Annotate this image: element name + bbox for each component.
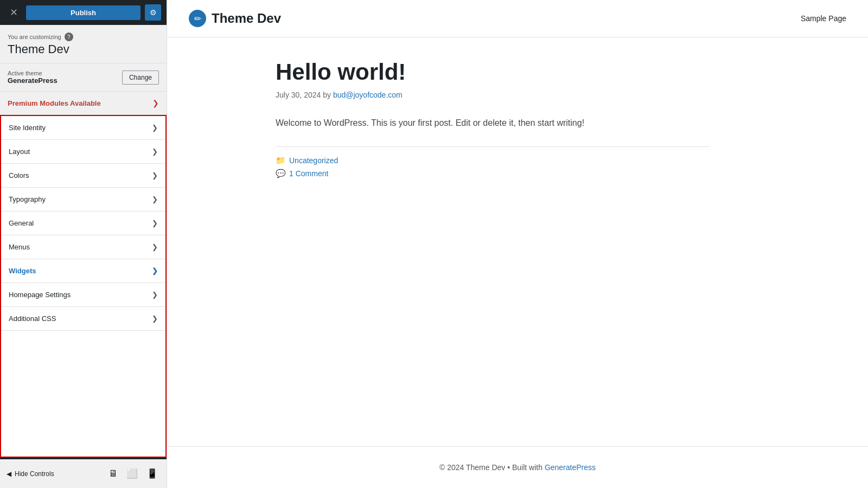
preview-area: ✏ Theme Dev Sample Page Hello world! Jul… [167,0,868,488]
menu-item-additional-css[interactable]: Additional CSS❯ [1,307,165,331]
active-theme-name: GeneratePress [8,76,58,85]
post-meta: July 30, 2024 by bud@joyofcode.com [276,91,710,99]
category-icon: 📁 [276,156,286,165]
menu-item-label-typography: Typography [9,195,46,203]
menu-item-homepage-settings[interactable]: Homepage Settings❯ [1,283,165,307]
customizer-menu-list: Site Identity❯Layout❯Colors❯Typography❯G… [0,115,167,458]
active-theme-section: Active theme GeneratePress Change [0,63,167,92]
site-logo-icon: ✏ [189,10,206,27]
premium-chevron-icon: ❯ [152,99,159,107]
bottom-bar: ◀ Hide Controls 🖥 ⬜ 📱 [0,458,167,488]
help-icon[interactable]: ? [65,33,73,41]
post-footer: 📁 Uncategorized 💬 1 Comment [276,146,710,178]
menu-item-colors[interactable]: Colors❯ [1,164,165,188]
site-content: Hello world! July 30, 2024 by bud@joyofc… [167,37,818,446]
site-footer: © 2024 Theme Dev • Built with GeneratePr… [167,446,868,488]
menu-item-label-layout: Layout [9,147,30,156]
post-category-item: 📁 Uncategorized [276,156,710,165]
menu-item-site-identity[interactable]: Site Identity❯ [1,116,165,140]
mobile-view-button[interactable]: 📱 [144,466,160,481]
menu-item-widgets[interactable]: Widgets❯ [1,259,165,283]
menu-item-chevron-site-identity: ❯ [152,124,158,132]
menu-item-typography[interactable]: Typography❯ [1,188,165,211]
menu-item-label-homepage-settings: Homepage Settings [9,291,71,299]
premium-modules-item[interactable]: Premium Modules Available ❯ [0,92,167,115]
active-theme-info: Active theme GeneratePress [8,70,58,85]
post-title: Hello world! [276,59,710,85]
device-icons: 🖥 ⬜ 📱 [106,466,160,481]
theme-name-display: Theme Dev [8,42,160,56]
post-author-link[interactable]: bud@joyofcode.com [333,91,403,99]
post-content: Welcome to WordPress. This is your first… [276,115,710,130]
comments-link[interactable]: 1 Comment [289,169,328,178]
premium-modules-label: Premium Modules Available [8,99,101,107]
comments-icon: 💬 [276,169,286,178]
menu-item-label-colors: Colors [9,171,29,179]
menu-item-chevron-general: ❯ [152,219,158,227]
post-by: by [323,91,333,99]
menu-item-chevron-homepage-settings: ❯ [152,291,158,299]
menu-item-label-site-identity: Site Identity [9,124,46,132]
menu-item-label-general: General [9,219,34,227]
post-comments-item: 💬 1 Comment [276,169,710,178]
menu-item-general[interactable]: General❯ [1,211,165,235]
customizing-info: You are customizing ? Theme Dev [0,25,167,63]
hide-controls-button[interactable]: ◀ Hide Controls [7,470,54,478]
menu-item-chevron-menus: ❯ [152,243,158,251]
close-button[interactable]: ✕ [5,4,22,21]
menu-item-chevron-colors: ❯ [152,171,158,179]
menu-item-layout[interactable]: Layout❯ [1,140,165,164]
customizer-panel: ✕ Publish ⚙ You are customizing ? Theme … [0,0,167,488]
site-header: ✏ Theme Dev Sample Page [167,0,868,37]
menu-item-chevron-additional-css: ❯ [152,314,158,323]
left-arrow-icon: ◀ [7,470,11,478]
menu-item-chevron-widgets: ❯ [152,267,158,275]
menu-item-menus[interactable]: Menus❯ [1,235,165,259]
top-bar: ✕ Publish ⚙ [0,0,167,25]
menu-item-chevron-layout: ❯ [152,147,158,156]
post-date: July 30, 2024 [276,91,321,99]
menu-item-label-widgets: Widgets [9,267,36,275]
category-link[interactable]: Uncategorized [289,156,338,165]
site-title-link[interactable]: Theme Dev [212,11,281,26]
hide-controls-label: Hide Controls [15,470,54,478]
change-theme-button[interactable]: Change [122,70,159,85]
desktop-view-button[interactable]: 🖥 [106,466,120,481]
site-nav: Sample Page [801,14,846,23]
publish-button[interactable]: Publish [26,5,141,20]
active-theme-label: Active theme [8,70,58,76]
menu-item-label-menus: Menus [9,243,30,251]
customizing-text: You are customizing [8,34,61,40]
footer-text: © 2024 Theme Dev • Built with [439,463,542,472]
site-logo-area: ✏ Theme Dev [189,10,281,27]
menu-item-chevron-typography: ❯ [152,195,158,203]
customizing-label: You are customizing ? [8,33,160,41]
footer-generatepress-link[interactable]: GeneratePress [545,463,596,472]
tablet-view-button[interactable]: ⬜ [124,466,140,481]
menu-item-label-additional-css: Additional CSS [9,314,56,323]
gear-button[interactable]: ⚙ [145,4,161,21]
nav-sample-page[interactable]: Sample Page [801,14,846,23]
